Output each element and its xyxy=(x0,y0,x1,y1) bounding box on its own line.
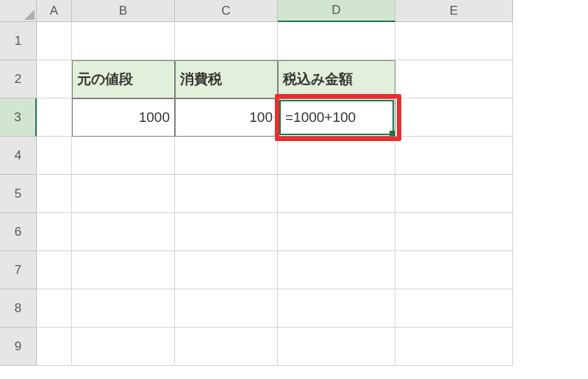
cell-A3[interactable] xyxy=(37,98,72,137)
row-header-2[interactable]: 2 xyxy=(0,60,37,98)
cell-B9[interactable] xyxy=(72,328,175,366)
cell-C7[interactable] xyxy=(175,251,278,289)
cell-C8[interactable] xyxy=(175,289,278,328)
cell-E8[interactable] xyxy=(395,289,513,328)
cell-D9[interactable] xyxy=(278,328,395,366)
cell-C9[interactable] xyxy=(175,328,278,366)
spreadsheet-grid[interactable]: A B C D E 1 2 元の値段 消費税 税込み金額 3 1000 100 … xyxy=(0,0,588,366)
cell-B3[interactable]: 1000 xyxy=(72,98,175,137)
col-header-B[interactable]: B xyxy=(72,0,175,22)
row-header-8[interactable]: 8 xyxy=(0,289,37,328)
cell-B4[interactable] xyxy=(72,137,175,175)
formula-text: =1000+100 xyxy=(285,109,356,126)
cell-E9[interactable] xyxy=(395,328,513,366)
cell-A4[interactable] xyxy=(37,137,72,175)
cell-D8[interactable] xyxy=(278,289,395,328)
cell-D4[interactable] xyxy=(278,137,395,175)
cell-A6[interactable] xyxy=(37,213,72,251)
cell-C6[interactable] xyxy=(175,213,278,251)
row-header-6[interactable]: 6 xyxy=(0,213,37,251)
active-cell-editor[interactable]: =1000+100 xyxy=(279,100,394,135)
cell-E1[interactable] xyxy=(395,22,513,60)
cell-D1[interactable] xyxy=(278,22,395,60)
cell-C4[interactable] xyxy=(175,137,278,175)
cell-C3[interactable]: 100 xyxy=(175,98,278,137)
row-header-7[interactable]: 7 xyxy=(0,251,37,289)
cell-E4[interactable] xyxy=(395,137,513,175)
cell-E5[interactable] xyxy=(395,175,513,213)
cell-D5[interactable] xyxy=(278,175,395,213)
cell-D6[interactable] xyxy=(278,213,395,251)
cell-E2[interactable] xyxy=(395,60,513,98)
cell-B2[interactable]: 元の値段 xyxy=(72,60,175,98)
cell-D7[interactable] xyxy=(278,251,395,289)
cell-C5[interactable] xyxy=(175,175,278,213)
row-header-3[interactable]: 3 xyxy=(0,98,37,137)
row-header-1[interactable]: 1 xyxy=(0,22,37,60)
row-header-5[interactable]: 5 xyxy=(0,175,37,213)
cell-A9[interactable] xyxy=(37,328,72,366)
cell-A2[interactable] xyxy=(37,60,72,98)
col-header-D[interactable]: D xyxy=(278,0,395,22)
cell-E3[interactable] xyxy=(395,98,513,137)
col-header-C[interactable]: C xyxy=(175,0,278,22)
cell-B1[interactable] xyxy=(72,22,175,60)
cell-C1[interactable] xyxy=(175,22,278,60)
cell-B6[interactable] xyxy=(72,213,175,251)
row-header-9[interactable]: 9 xyxy=(0,328,37,366)
select-all-corner[interactable] xyxy=(0,0,37,22)
col-header-E[interactable]: E xyxy=(395,0,513,22)
cell-E6[interactable] xyxy=(395,213,513,251)
row-header-4[interactable]: 4 xyxy=(0,137,37,175)
cell-A5[interactable] xyxy=(37,175,72,213)
cell-B7[interactable] xyxy=(72,251,175,289)
cell-A1[interactable] xyxy=(37,22,72,60)
cell-A7[interactable] xyxy=(37,251,72,289)
col-header-A[interactable]: A xyxy=(37,0,72,22)
cell-E7[interactable] xyxy=(395,251,513,289)
cell-D2[interactable]: 税込み金額 xyxy=(278,60,395,98)
cell-B5[interactable] xyxy=(72,175,175,213)
cell-A8[interactable] xyxy=(37,289,72,328)
cell-C2[interactable]: 消費税 xyxy=(175,60,278,98)
cell-B8[interactable] xyxy=(72,289,175,328)
